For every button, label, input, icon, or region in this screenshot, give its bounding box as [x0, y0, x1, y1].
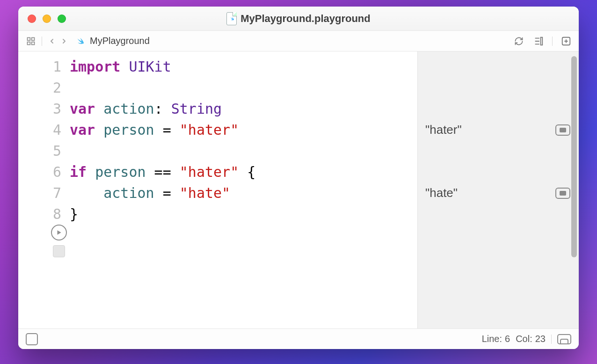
svg-rect-7 [541, 37, 543, 45]
source-editor[interactable]: 12345678 import UIKitvar action: Stringv… [18, 51, 417, 328]
vertical-scrollbar[interactable] [571, 56, 577, 257]
toggle-navigator-icon[interactable] [26, 333, 38, 345]
adjust-editor-options-icon[interactable] [532, 35, 545, 47]
code-area[interactable]: import UIKitvar action: Stringvar person… [70, 51, 417, 328]
line-number: 1 [18, 56, 61, 77]
result-value: "hate" [425, 186, 458, 200]
swift-file-icon [226, 12, 237, 25]
run-button[interactable] [51, 225, 67, 240]
line-number: 3 [18, 98, 61, 119]
svg-rect-1 [32, 37, 35, 40]
toggle-debug-area-icon[interactable] [557, 334, 571, 344]
titlebar: MyPlayground.playground [18, 7, 579, 31]
traffic-lights [18, 15, 66, 23]
nav-forward-button[interactable] [59, 36, 69, 46]
code-line[interactable]: var action: String [70, 98, 417, 119]
swift-icon [74, 36, 85, 47]
quicklook-icon[interactable] [555, 188, 570, 199]
execution-marker [53, 245, 65, 257]
add-editor-icon[interactable] [560, 35, 572, 47]
svg-marker-11 [58, 230, 61, 234]
related-items-icon[interactable] [25, 35, 37, 47]
line-number: 5 [18, 140, 61, 161]
code-line[interactable]: if person == "hater" { [70, 161, 417, 182]
breadcrumb[interactable]: MyPlayground [90, 36, 150, 46]
line-number: 7 [18, 182, 61, 204]
code-line[interactable]: } [70, 204, 417, 225]
execution-gutter [51, 225, 67, 257]
line-number: 6 [18, 161, 61, 182]
line-gutter: 12345678 [18, 51, 70, 328]
svg-rect-0 [28, 37, 30, 40]
code-line[interactable] [70, 77, 417, 98]
code-line[interactable]: var person = "hater" [70, 119, 417, 140]
toolbar: MyPlayground [18, 31, 579, 51]
line-number: 8 [18, 204, 61, 225]
sync-icon[interactable] [513, 35, 525, 47]
line-number: 4 [18, 119, 61, 140]
xcode-window: MyPlayground.playground MyPlayground [18, 7, 579, 349]
window-title: MyPlayground.playground [240, 13, 370, 25]
svg-rect-2 [28, 42, 30, 44]
nav-back-button[interactable] [47, 36, 57, 46]
code-line[interactable] [70, 140, 417, 161]
code-line[interactable]: import UIKit [70, 56, 417, 77]
code-line[interactable]: action = "hate" [70, 182, 417, 204]
result-value: "hater" [425, 123, 462, 137]
quicklook-icon[interactable] [555, 124, 570, 136]
status-line-label: Line: [482, 334, 502, 344]
status-line-value: 6 [505, 334, 510, 344]
status-bar: Line: 6 Col: 23 [18, 328, 579, 349]
main-split: 12345678 import UIKitvar action: Stringv… [18, 51, 579, 328]
minimize-button[interactable] [43, 15, 51, 23]
svg-rect-3 [32, 42, 35, 44]
zoom-button[interactable] [58, 15, 66, 23]
status-col-value: 23 [535, 334, 546, 344]
line-number: 2 [18, 77, 61, 98]
results-sidebar: "hater""hate" [417, 51, 579, 328]
status-col-label: Col: [516, 334, 532, 344]
close-button[interactable] [28, 15, 36, 23]
